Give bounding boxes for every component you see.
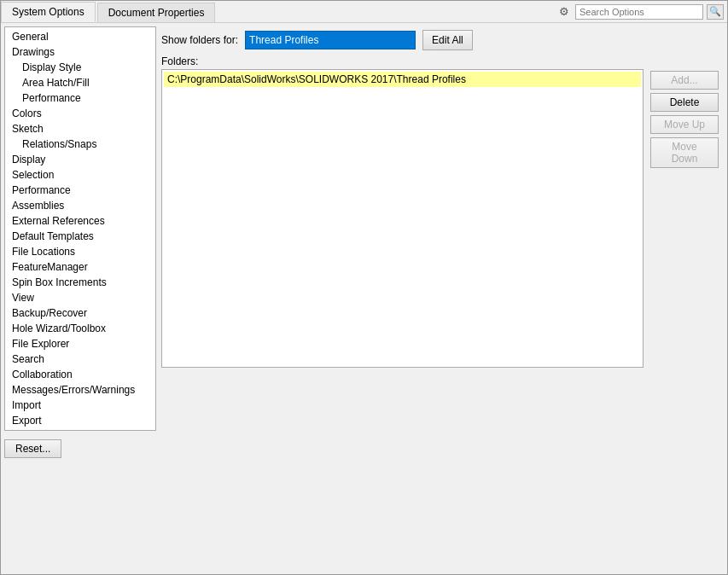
reset-button[interactable]: Reset...: [4, 439, 61, 458]
list-item[interactable]: C:\ProgramData\SolidWorks\SOLIDWORKS 201…: [164, 72, 641, 87]
sidebar-item[interactable]: Spin Box Increments: [5, 275, 155, 290]
sidebar-item[interactable]: Relations/Snaps: [5, 136, 155, 152]
delete-button[interactable]: Delete: [650, 93, 719, 112]
sidebar-footer: Reset...: [1, 434, 153, 463]
tab-system-options[interactable]: System Options: [1, 2, 96, 22]
move-down-button[interactable]: Move Down: [650, 137, 719, 168]
sidebar-item[interactable]: Hole Wizard/Toolbox: [5, 321, 155, 336]
sidebar-item[interactable]: Default Templates: [5, 229, 155, 244]
sidebar-item[interactable]: Collaboration: [5, 367, 155, 382]
folders-section: Folders: C:\ProgramData\SolidWorks\SOLID…: [161, 55, 719, 567]
sidebar-item[interactable]: Display Style: [5, 60, 155, 75]
main-content: GeneralDrawingsDisplay StyleArea Hatch/F…: [1, 23, 727, 574]
search-bar: ⚙ 🔍: [556, 1, 727, 22]
sidebar: GeneralDrawingsDisplay StyleArea Hatch/F…: [4, 26, 156, 431]
move-up-button[interactable]: Move Up: [650, 115, 719, 134]
folders-list: C:\ProgramData\SolidWorks\SOLIDWORKS 201…: [161, 69, 644, 368]
show-folders-label: Show folders for:: [161, 34, 238, 46]
main-window: System Options Document Properties ⚙ 🔍 G…: [0, 0, 728, 575]
sidebar-item[interactable]: Messages/Errors/Warnings: [5, 382, 155, 398]
folders-label: Folders:: [161, 55, 644, 67]
sidebar-item[interactable]: Performance: [5, 183, 155, 198]
sidebar-item[interactable]: Area Hatch/Fill: [5, 75, 155, 90]
sidebar-item[interactable]: Drawings: [5, 44, 155, 60]
sidebar-item[interactable]: Display: [5, 152, 155, 167]
sidebar-item[interactable]: FeatureManager: [5, 259, 155, 275]
sidebar-item[interactable]: Search: [5, 351, 155, 367]
sidebar-item[interactable]: Colors: [5, 106, 155, 121]
sidebar-item[interactable]: Selection: [5, 167, 155, 183]
sidebar-item[interactable]: View: [5, 290, 155, 305]
sidebar-item[interactable]: File Explorer: [5, 336, 155, 351]
title-bar: System Options Document Properties ⚙ 🔍: [1, 1, 727, 23]
sidebar-item[interactable]: File Locations: [5, 244, 155, 259]
sidebar-item[interactable]: General: [5, 29, 155, 44]
sidebar-item[interactable]: External References: [5, 213, 155, 229]
add-button[interactable]: Add...: [650, 71, 719, 90]
sidebar-item[interactable]: Export: [5, 413, 155, 428]
search-button[interactable]: 🔍: [707, 4, 724, 20]
left-section: GeneralDrawingsDisplay StyleArea Hatch/F…: [1, 23, 153, 574]
folder-select[interactable]: Thread ProfilesDocument TemplatesSheet M…: [245, 31, 416, 49]
gear-icon: ⚙: [559, 5, 569, 18]
sidebar-item[interactable]: Assemblies: [5, 198, 155, 213]
show-folders-row: Show folders for: Thread ProfilesDocumen…: [161, 30, 719, 50]
edit-all-button[interactable]: Edit All: [422, 30, 473, 50]
sidebar-item[interactable]: Sketch: [5, 121, 155, 136]
right-panel: Show folders for: Thread ProfilesDocumen…: [153, 23, 727, 574]
search-input[interactable]: [575, 4, 703, 20]
sidebar-item[interactable]: Import: [5, 398, 155, 413]
folders-buttons: Add... Delete Move Up Move Down: [650, 55, 719, 168]
sidebar-item[interactable]: Backup/Recover: [5, 305, 155, 321]
tab-document-properties[interactable]: Document Properties: [97, 3, 216, 22]
folder-select-container: Thread ProfilesDocument TemplatesSheet M…: [245, 31, 416, 49]
sidebar-item[interactable]: Performance: [5, 90, 155, 106]
folders-left: Folders: C:\ProgramData\SolidWorks\SOLID…: [161, 55, 644, 368]
